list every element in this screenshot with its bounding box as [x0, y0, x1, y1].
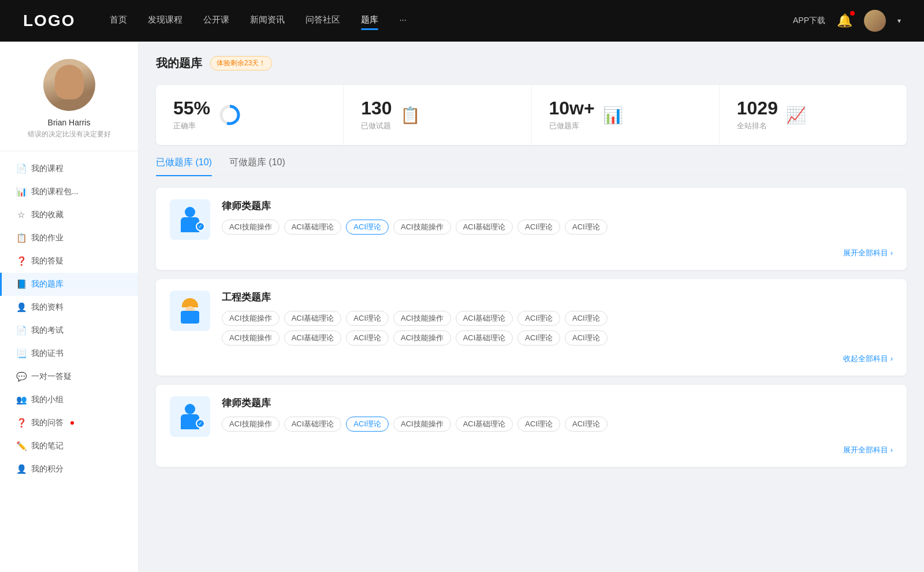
tag[interactable]: ACI基础理论 — [284, 330, 342, 346]
sidebar-label: 我的资料 — [31, 302, 64, 313]
tag[interactable]: ACI技能操作 — [222, 220, 280, 235]
tag[interactable]: ACI理论 — [565, 330, 608, 346]
tag[interactable]: ACI理论 — [517, 311, 560, 326]
ranking-label: 全站排名 — [737, 121, 778, 131]
tag[interactable]: ACI理论 — [565, 417, 608, 432]
tab-done-banks[interactable]: 已做题库 (10) — [156, 157, 212, 176]
sidebar-item-myqa[interactable]: ❓ 我的问答 — [0, 411, 138, 434]
nav-open-course[interactable]: 公开课 — [203, 14, 229, 28]
star-icon: ☆ — [16, 210, 25, 220]
sidebar-label: 我的考试 — [31, 325, 64, 336]
qbank-title: 律师类题库 — [222, 199, 893, 213]
tag[interactable]: ACI理论 — [565, 220, 608, 235]
tag[interactable]: ACI理论 — [517, 417, 560, 432]
notification-bell[interactable]: 🔔 — [837, 13, 852, 28]
nav-discover[interactable]: 发现课程 — [148, 14, 182, 28]
sidebar-item-homework[interactable]: 📋 我的作业 — [0, 226, 138, 250]
tag[interactable]: ACI理论 — [517, 220, 560, 235]
avatar-image — [43, 59, 95, 111]
myqa-icon: ❓ — [16, 418, 25, 428]
sidebar-item-notes[interactable]: ✏️ 我的笔记 — [0, 434, 138, 458]
question-icon: ❓ — [16, 256, 25, 266]
sidebar-item-exam[interactable]: 📄 我的考试 — [0, 319, 138, 342]
sidebar-item-cert[interactable]: 📃 我的证书 — [0, 342, 138, 365]
tag-active[interactable]: ACI理论 — [346, 417, 389, 432]
qbank-tags-row2: ACI技能操作 ACI基础理论 ACI理论 ACI技能操作 ACI基础理论 AC… — [222, 330, 893, 346]
sidebar-label: 我的课程包... — [31, 187, 79, 197]
nav-qbank[interactable]: 题库 — [361, 14, 378, 28]
sidebar-label: 我的收藏 — [31, 210, 64, 220]
homework-icon: 📋 — [16, 233, 25, 243]
tag[interactable]: ACI技能操作 — [222, 311, 280, 326]
sidebar-item-profile[interactable]: 👤 我的资料 — [0, 296, 138, 319]
tag[interactable]: ACI基础理论 — [456, 417, 513, 432]
sidebar-item-course[interactable]: 📄 我的课程 — [0, 157, 138, 180]
done-banks-value: 10w+ — [549, 99, 595, 117]
grid-icon: 📊 — [603, 106, 623, 125]
tag[interactable]: ACI技能操作 — [393, 311, 451, 326]
tag[interactable]: ACI基础理论 — [456, 311, 513, 326]
nav-home[interactable]: 首页 — [110, 14, 127, 28]
sidebar: Brian Harris 错误的决定比没有决定要好 📄 我的课程 📊 我的课程包… — [0, 42, 139, 572]
qbank-engineer: 工程类题库 ACI技能操作 ACI基础理论 ACI理论 ACI技能操作 ACI基… — [156, 279, 907, 376]
nav-news[interactable]: 新闻资讯 — [250, 14, 285, 28]
sidebar-item-favorites[interactable]: ☆ 我的收藏 — [0, 203, 138, 226]
navbar-right: APP下载 🔔 ▾ — [793, 10, 901, 32]
collapse-button[interactable]: 收起全部科目 › — [170, 354, 893, 364]
tabs: 已做题库 (10) 可做题库 (10) — [156, 157, 907, 176]
sidebar-item-questions[interactable]: ❓ 我的答疑 — [0, 250, 138, 273]
user-name: Brian Harris — [48, 118, 91, 127]
tab-available-banks[interactable]: 可做题库 (10) — [229, 157, 285, 176]
chevron-down-icon[interactable]: ▾ — [897, 17, 901, 25]
ranking-value: 1029 — [737, 99, 778, 117]
page-title: 我的题库 — [156, 55, 202, 71]
accuracy-label: 正确率 — [173, 121, 210, 131]
user-motto: 错误的决定比没有决定要好 — [28, 129, 111, 139]
tag[interactable]: ACI基础理论 — [456, 330, 513, 346]
tag[interactable]: ACI技能操作 — [393, 220, 451, 235]
notification-badge — [850, 11, 855, 16]
page-header: 我的题库 体验剩余23天！ — [156, 55, 907, 71]
qbank-tags-row1: ACI技能操作 ACI基础理论 ACI理论 ACI技能操作 ACI基础理论 AC… — [222, 311, 893, 326]
course-pkg-icon: 📊 — [16, 187, 25, 197]
engineer-icon — [177, 298, 203, 324]
tag[interactable]: ACI技能操作 — [222, 417, 280, 432]
lawyer-icon: ✓ — [177, 207, 203, 232]
tag[interactable]: ACI基础理论 — [284, 311, 342, 326]
nav-more[interactable]: ··· — [399, 14, 407, 28]
expand-button[interactable]: 展开全部科目 › — [170, 248, 893, 258]
avatar — [43, 59, 95, 111]
stat-done-banks: 10w+ 已做题库 📊 — [532, 85, 720, 145]
sidebar-item-1on1[interactable]: 💬 一对一答疑 — [0, 365, 138, 388]
tag[interactable]: ACI理论 — [346, 311, 389, 326]
qbank-tags: ACI技能操作 ACI基础理论 ACI理论 ACI技能操作 ACI基础理论 AC… — [222, 220, 893, 235]
sidebar-nav: 📄 我的课程 📊 我的课程包... ☆ 我的收藏 📋 我的作业 ❓ 我的答疑 📘 — [0, 157, 138, 481]
sidebar-label: 我的证书 — [31, 348, 64, 359]
tag-active[interactable]: ACI理论 — [346, 220, 389, 235]
sidebar-item-course-pkg[interactable]: 📊 我的课程包... — [0, 180, 138, 203]
tag[interactable]: ACI理论 — [517, 330, 560, 346]
expand-button[interactable]: 展开全部科目 › — [170, 445, 893, 455]
sidebar-item-points[interactable]: 👤 我的积分 — [0, 458, 138, 481]
sidebar-item-qbank[interactable]: 📘 我的题库 — [0, 273, 138, 296]
sidebar-item-group[interactable]: 👥 我的小组 — [0, 388, 138, 411]
done-questions-value: 130 — [361, 99, 392, 117]
qbank-tags: ACI技能操作 ACI基础理论 ACI理论 ACI技能操作 ACI基础理论 AC… — [222, 417, 893, 432]
tag[interactable]: ACI理论 — [346, 330, 389, 346]
stats-row: 55% 正确率 130 已做试题 📋 — [156, 85, 907, 145]
points-icon: 👤 — [16, 464, 25, 474]
tag[interactable]: ACI技能操作 — [393, 417, 451, 432]
stat-accuracy: 55% 正确率 — [156, 85, 344, 145]
course-icon: 📄 — [16, 164, 25, 174]
nav-qa[interactable]: 问答社区 — [305, 14, 340, 28]
tag[interactable]: ACI技能操作 — [393, 330, 451, 346]
tag[interactable]: ACI技能操作 — [222, 330, 280, 346]
tag[interactable]: ACI理论 — [565, 311, 608, 326]
tag[interactable]: ACI基础理论 — [284, 417, 342, 432]
tag[interactable]: ACI基础理论 — [456, 220, 513, 235]
avatar[interactable] — [864, 10, 886, 32]
tag[interactable]: ACI基础理论 — [284, 220, 342, 235]
app-download-button[interactable]: APP下载 — [793, 16, 825, 26]
main-content: 我的题库 体验剩余23天！ 55% 正确率 — [139, 42, 924, 572]
qbank-lawyer-1: ✓ 律师类题库 ACI技能操作 ACI基础理论 ACI理论 ACI技能操作 AC… — [156, 188, 907, 270]
